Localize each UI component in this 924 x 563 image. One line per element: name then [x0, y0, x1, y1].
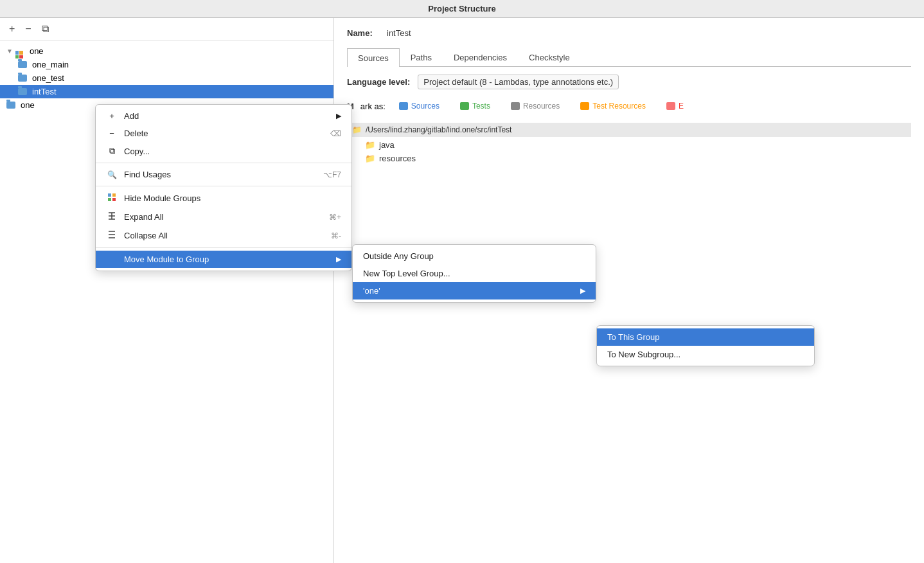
expand-all-shortcut: ⌘+	[329, 213, 341, 222]
copy-menu-icon: ⧉	[106, 146, 118, 156]
name-label: Name:	[347, 28, 379, 38]
submenu1-item-outside[interactable]: Outside Any Group	[353, 247, 596, 265]
language-level-dropdown[interactable]: Project default (8 - Lambdas, type annot…	[418, 75, 619, 89]
remove-module-button[interactable]: −	[22, 22, 33, 36]
add-module-button[interactable]: +	[6, 22, 17, 36]
tree-item-label: one	[21, 100, 35, 110]
tree-item-label: intTest	[32, 87, 57, 96]
hide-module-groups-icon	[106, 193, 118, 204]
mark-as-tests-button[interactable]: Tests	[453, 98, 497, 114]
menu-separator-2	[96, 186, 351, 186]
tests-btn-label: Tests	[472, 102, 490, 111]
menu-item-expand-all[interactable]: Expand All ⌘+	[96, 208, 351, 226]
resources-btn-label: Resources	[523, 102, 560, 111]
folder-icon	[15, 47, 26, 56]
source-item-java[interactable]: 📁 java	[347, 138, 911, 152]
tabs-row: Sources Paths Dependencies Checkstyle	[347, 48, 911, 67]
menu-item-hide-module-groups[interactable]: Hide Module Groups	[96, 189, 351, 208]
menu-item-delete[interactable]: − Delete ⌫	[96, 125, 351, 142]
expand-all-icon	[106, 211, 118, 222]
menu-item-delete-label: Delete	[124, 129, 148, 138]
menu-item-find-usages[interactable]: 🔍 Find Usages ⌥F7	[96, 166, 351, 183]
module-toolbar: + − ⧉	[0, 18, 333, 40]
minus-icon: −	[25, 23, 31, 35]
tab-paths[interactable]: Paths	[400, 48, 443, 66]
submenu1-item-one[interactable]: 'one' ▶	[353, 282, 596, 299]
mark-as-test-resources-button[interactable]: Test Resources	[573, 98, 653, 114]
collapse-all-shortcut: ⌘-	[331, 231, 341, 240]
excluded-folder-icon	[666, 102, 675, 110]
context-menu: + Add ▶ − Delete ⌫ ⧉ Copy... 🔍 Find Usag…	[95, 104, 352, 271]
test-resources-folder-icon	[580, 102, 589, 110]
submenu2-item-to-new-subgroup[interactable]: To New Subgroup...	[597, 346, 814, 363]
tree-item-label: one_test	[32, 73, 64, 83]
java-label: java	[379, 140, 395, 150]
name-value: intTest	[387, 28, 411, 38]
svg-rect-1	[112, 193, 116, 197]
menu-item-copy-label: Copy...	[124, 147, 150, 156]
move-module-arrow: ▶	[336, 255, 341, 264]
left-panel: + − ⧉ ▼	[0, 18, 334, 563]
resources-folder-icon2: 📁	[365, 154, 375, 163]
submenu2-item-to-this-group[interactable]: To This Group	[597, 328, 814, 346]
source-folder-icon: 📁	[352, 125, 362, 134]
delete-shortcut: ⌫	[330, 129, 341, 138]
menu-item-collapse-all[interactable]: Collapse All ⌘-	[96, 226, 351, 245]
title-bar: Project Structure	[0, 0, 924, 18]
mark-as-label-text: ark as:	[360, 102, 386, 111]
tree-item-label: one_main	[32, 60, 69, 69]
tab-dependencies[interactable]: Dependencies	[443, 48, 518, 66]
mark-as-row: M ark as: Sources Tests Resources Test R…	[347, 98, 911, 114]
tree-item-one-group[interactable]: ▼ one	[0, 44, 333, 58]
tab-checkstyle[interactable]: Checkstyle	[518, 48, 581, 66]
svg-rect-2	[108, 198, 111, 201]
mark-as-resources-button[interactable]: Resources	[504, 98, 567, 114]
language-level-label: Language level:	[347, 77, 410, 87]
menu-item-move-label: Move Module to Group	[124, 255, 209, 264]
menu-item-hide-module-groups-label: Hide Module Groups	[124, 193, 200, 203]
resources-folder-icon	[511, 102, 520, 110]
menu-separator-3	[96, 247, 351, 248]
collapse-all-icon	[106, 230, 118, 241]
excluded-btn-label: E	[679, 102, 684, 111]
tree-item-one-main[interactable]: one_main	[0, 58, 333, 71]
mark-as-excluded-button[interactable]: E	[659, 98, 691, 114]
tree-item-label: one	[30, 46, 44, 56]
menu-item-copy[interactable]: ⧉ Copy...	[96, 142, 351, 160]
copy-icon: ⧉	[42, 23, 49, 35]
mark-as-sources-button[interactable]: Sources	[392, 98, 447, 114]
name-row: Name: intTest	[347, 28, 911, 38]
to-this-group-label: To This Group	[607, 332, 659, 342]
menu-item-expand-all-label: Expand All	[124, 212, 163, 222]
one-group-label: 'one'	[363, 286, 380, 296]
source-item-resources[interactable]: 📁 resources	[347, 152, 911, 165]
outside-group-label: Outside Any Group	[363, 251, 434, 261]
copy-module-button[interactable]: ⧉	[39, 22, 51, 36]
sources-folder-icon	[399, 102, 408, 110]
one-group-arrow: ▶	[580, 287, 585, 295]
source-path-value: /Users/lind.zhang/gitlab/lind.one/src/in…	[366, 125, 511, 134]
tests-folder-icon	[460, 102, 469, 110]
menu-item-add[interactable]: + Add ▶	[96, 107, 351, 125]
tree-item-inttest[interactable]: intTest	[0, 85, 333, 98]
folder-icon	[6, 101, 17, 110]
find-usages-icon: 🔍	[106, 170, 118, 179]
window-title: Project Structure	[428, 4, 495, 13]
delete-menu-icon: −	[106, 129, 118, 138]
add-menu-icon: +	[106, 111, 118, 121]
folder-icon	[18, 60, 28, 69]
tree-item-one-test[interactable]: one_test	[0, 71, 333, 85]
submenu1-item-new-top-level[interactable]: New Top Level Group...	[353, 265, 596, 282]
menu-item-move-module-to-group[interactable]: Move Module to Group ▶	[96, 251, 351, 268]
menu-item-find-usages-label: Find Usages	[124, 170, 171, 179]
submenu-move-module: Outside Any Group New Top Level Group...…	[352, 244, 596, 303]
language-level-row: Language level: Project default (8 - Lam…	[347, 75, 911, 89]
menu-item-add-label: Add	[124, 111, 139, 121]
tab-sources[interactable]: Sources	[347, 48, 400, 67]
submenu-arrow: ▶	[336, 112, 341, 120]
java-folder-icon: 📁	[365, 140, 375, 150]
svg-rect-3	[112, 198, 116, 201]
folder-icon	[18, 74, 28, 83]
find-usages-shortcut: ⌥F7	[323, 170, 341, 179]
menu-item-collapse-all-label: Collapse All	[124, 231, 168, 240]
